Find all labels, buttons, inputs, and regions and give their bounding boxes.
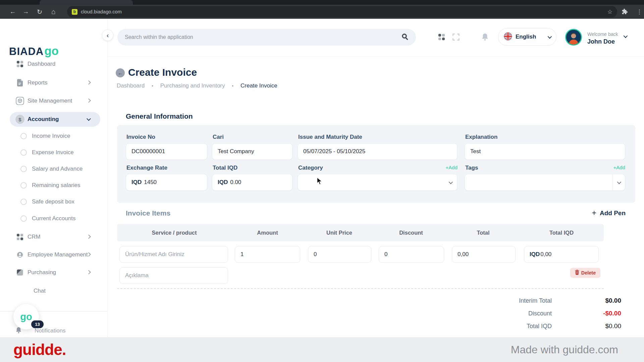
sidebar-item-notifications[interactable]: Notifications (0, 324, 108, 338)
extensions-icon[interactable] (621, 8, 629, 17)
service-product-input[interactable]: Ürün/Hizmet Adı Giriniz (119, 246, 228, 263)
total-iqd-value: 0.00 (230, 179, 241, 186)
sidebar-item-label: Employee Management (28, 251, 88, 258)
user-greeting[interactable]: Welcome back John Doe (587, 32, 618, 45)
made-with-guidde: Made with guidde.com (511, 344, 618, 356)
url-bar[interactable]: b cloud.biadago.com ☆ (67, 6, 617, 17)
breadcrumb-dashboard[interactable]: Dashboard (117, 82, 145, 89)
service-product-placeholder: Ürün/Hizmet Adı Giriniz (125, 251, 184, 258)
breadcrumb-separator: • (232, 83, 234, 88)
notifications-bell-icon[interactable] (481, 33, 489, 42)
person-icon (15, 252, 24, 258)
language-label: English (516, 34, 536, 40)
row-total-value: 0,00 (458, 251, 469, 258)
trash-icon (575, 270, 579, 276)
chevron-down-icon (87, 117, 91, 121)
add-pen-button[interactable]: + Add Pen (592, 208, 626, 218)
language-selector[interactable]: English (498, 28, 556, 46)
row-total-input[interactable]: 0,00 (452, 246, 516, 263)
breadcrumb-purchasing-inventory[interactable]: Purchasing and Inventory (160, 82, 225, 89)
search-input[interactable]: Search within the application (117, 29, 416, 46)
issue-maturity-date-field[interactable]: 05/07/2025 - 05/10/2025 (298, 143, 458, 160)
general-information-panel: Invoice No DC00000001 Cari Test Company … (117, 125, 635, 203)
exchange-rate-field[interactable]: IQD 1450 (126, 174, 207, 191)
fullscreen-icon[interactable] (452, 34, 460, 41)
chevron-down-icon (449, 180, 453, 184)
sidebar-item-label: Accounting (28, 116, 59, 123)
sidebar-item-label: Remaining salaries (32, 182, 80, 189)
radio-circle-icon (20, 216, 27, 222)
sidebar-item-chat[interactable]: Chat (0, 284, 108, 298)
explanation-label: Explanation (465, 134, 497, 140)
browser-menu-icon[interactable]: ⋮ (635, 5, 644, 19)
discount-input[interactable]: 0 (379, 246, 444, 263)
cari-field[interactable]: Test Company (212, 143, 292, 160)
invoice-no-field[interactable]: DC00000001 (126, 143, 207, 160)
tags-dropdown-zone[interactable] (612, 174, 625, 190)
total-iqd-field[interactable]: IQD 0.00 (212, 174, 292, 191)
browser-tab[interactable] (40, 0, 133, 5)
sidebar-item-income-invoice[interactable]: Income Invoice (0, 129, 108, 143)
back-nav-icon[interactable]: ← (7, 5, 18, 19)
description-input[interactable]: Açıklama (119, 267, 228, 284)
description-placeholder: Açıklama (125, 272, 149, 279)
delete-row-button[interactable]: Delete (570, 268, 600, 278)
sidebar-item-expense-invoice[interactable]: Expense Invoice (0, 146, 108, 159)
apps-grid-icon[interactable] (438, 34, 445, 40)
avatar[interactable] (565, 29, 582, 46)
amount-input[interactable]: 1 (235, 246, 300, 263)
cari-value: Test Company (218, 148, 254, 155)
chevron-right-icon (87, 235, 91, 239)
logo-text-primary: BIADA (9, 46, 44, 58)
explanation-value: Test (470, 148, 481, 155)
issue-maturity-date-label: Issue and Maturity Date (298, 134, 362, 140)
discount-total-label: Discount (402, 310, 552, 317)
sidebar-item-purchasing[interactable]: Purchasing (0, 266, 108, 279)
sidebar-item-safe-deposit-box[interactable]: Safe deposit box (0, 195, 108, 208)
plus-icon: + (592, 208, 596, 218)
sidebar-item-employee-management[interactable]: Employee Management (0, 248, 108, 261)
search-icon[interactable] (401, 33, 409, 42)
profile-chevron-down-icon[interactable] (624, 34, 628, 38)
home-icon[interactable]: ⌂ (48, 5, 59, 19)
site-favicon: b (72, 9, 77, 15)
sidebar-item-crm[interactable]: CRM (0, 230, 108, 244)
chevron-right-icon (87, 80, 91, 85)
welcome-text: Welcome back (587, 32, 618, 37)
grand-total-iqd-value: $0.00 (552, 322, 621, 330)
reload-icon[interactable]: ↻ (34, 5, 45, 19)
col-amount: Amount (231, 230, 304, 236)
sidebar-item-dashboard[interactable]: Dashboard (0, 57, 108, 71)
sidebar-item-accounting[interactable]: $ Accounting (0, 113, 108, 126)
invoice-items-heading: Invoice Items (126, 209, 170, 217)
sidebar-item-site-management[interactable]: Site Management (0, 94, 108, 108)
sidebar: BIADA go Dashboard Reports Site Manageme… (0, 19, 108, 337)
notifications-label: Notifications (35, 327, 66, 334)
explanation-field[interactable]: Test (465, 143, 625, 160)
col-total-iqd: Total IQD (519, 230, 604, 236)
row-total-iqd-input[interactable]: IQD 0,00 (524, 246, 599, 263)
sidebar-collapse-button[interactable]: ‹ (102, 29, 113, 41)
sidebar-item-label: Chat (34, 288, 46, 294)
sidebar-item-salary-and-advance[interactable]: Salary and Advance (0, 162, 108, 176)
delete-label: Delete (581, 270, 596, 276)
tags-select[interactable] (465, 174, 625, 191)
radio-circle-icon (20, 199, 27, 205)
page-back-button[interactable]: ← (116, 68, 125, 77)
sidebar-item-label: Current Accounts (32, 215, 75, 222)
row-total-iqd-value: 0,00 (540, 251, 551, 258)
col-discount: Discount (375, 230, 447, 236)
forward-nav-icon[interactable]: → (20, 5, 32, 19)
radio-circle-icon (20, 182, 27, 189)
sidebar-item-remaining-salaries[interactable]: Remaining salaries (0, 179, 108, 192)
browser-toolbar: ← → ↻ ⌂ b cloud.biadago.com ☆ ⋮ (0, 5, 644, 19)
unit-price-input[interactable]: 0 (308, 246, 371, 263)
tags-add-link[interactable]: +Add (613, 165, 625, 170)
crm-grid-icon (15, 234, 24, 240)
sidebar-item-current-accounts[interactable]: Current Accounts (0, 212, 108, 225)
sidebar-item-reports[interactable]: Reports (0, 76, 108, 89)
add-pen-label: Add Pen (600, 209, 626, 217)
user-name: John Doe (587, 38, 618, 45)
category-add-link[interactable]: +Add (446, 165, 458, 170)
bookmark-icon[interactable]: ☆ (607, 8, 612, 15)
